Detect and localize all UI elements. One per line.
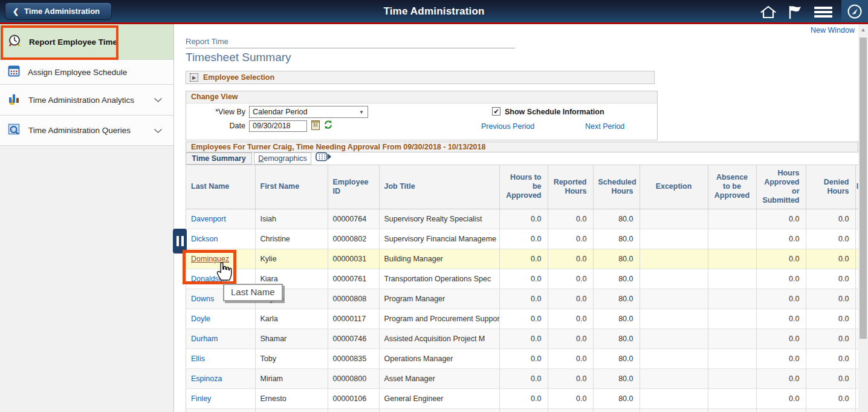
view-by-select[interactable]: Calendar Period ▼ [249,106,368,118]
grid-title: Employees For Turner Craig, Time Needing… [186,142,858,152]
cell-hours_to_be_approved: 0.0 [499,388,548,408]
cell-denied_hours: 0.0 [806,309,855,329]
cell-last_name: Dickson [186,229,255,249]
cell-hours_approved_or_submitted: 0.0 [756,329,806,348]
cell-reported_hours: 0.0 [548,229,593,249]
cell-reported_hours: 0.0 [548,329,593,348]
cell-hours_to_be_approved: 0.0 [499,269,548,289]
page-title: Timesheet Summary [186,51,291,64]
sidebar-item-report-employee-time[interactable]: Report Employee Time [0,24,173,60]
cell-hours_approved_or_submitted: 0.0 [756,348,806,368]
column-header-job_title[interactable]: Job Title [379,165,499,209]
cell-employee_id: 00000764 [328,209,379,229]
sidebar-item-time-administration-analytics[interactable]: Time Administration Analytics [0,85,173,116]
column-header-exception[interactable]: Exception [640,165,708,209]
next-period-link[interactable]: Next Period [585,122,624,131]
column-header-first_name[interactable]: First Name [255,165,328,209]
cell-exception [640,229,708,249]
expand-arrow-icon[interactable]: ▶ [190,73,198,82]
cell-hours_approved_or_submitted: 0.0 [756,249,806,269]
home-icon[interactable] [758,5,779,19]
last-name-link[interactable]: Dickson [191,235,218,243]
employee-selection-section: ▶ Employee Selection [186,71,655,84]
last-name-link[interactable]: Durham [191,335,218,343]
last-name-link[interactable]: Espinoza [191,374,222,383]
breadcrumb-rule [186,48,515,48]
column-header-scheduled_hours[interactable]: Scheduled Hours [593,165,640,209]
cell-employee_id: 00000031 [328,249,379,269]
show-all-columns-icon[interactable] [316,152,332,164]
cell-employee_id: 00000746 [328,329,379,348]
previous-period-link[interactable]: Previous Period [481,122,534,131]
vertical-scrollbar[interactable]: ▲ [858,24,868,412]
cell-hours_approved_or_submitted: 0.0 [756,269,806,289]
column-header-denied_hours[interactable]: Denied Hours [806,165,855,209]
cell-job_title: Program and Procurement Suppor [379,309,499,329]
date-input[interactable]: 09/30/2018 [249,120,307,132]
employees-table: Last NameFirst NameEmployee IDJob TitleH… [186,165,859,412]
show-schedule-checkbox[interactable]: ✔ [492,107,500,116]
cell-job_title: Assisted Acquisition Project M [379,329,499,348]
cell-first_name: Karla [255,309,328,329]
cell-hours_approved_or_submitted: 0.0 [756,229,806,249]
sidebar-item-assign-employee-schedule[interactable]: Assign Employee Schedule [0,60,173,85]
cell-employee_id: 00000106 [328,388,379,408]
panel-drag-handle[interactable] [173,229,187,253]
cell-job_title: Building Manager [379,249,499,269]
employees-grid: Last NameFirst NameEmployee IDJob TitleH… [186,165,859,412]
cell-scheduled_hours: 80.0 [593,348,640,368]
tab-time-summary[interactable]: Time Summary [186,152,252,165]
column-header-absence_to_be_approved[interactable]: Absence to be Approved [708,165,756,209]
cell-last_name: Durham [186,329,255,348]
cell-denied_hours: 0.0 [806,348,855,368]
flag-icon[interactable] [786,5,806,19]
cell-absence_to_be_approved [708,388,756,408]
cell-employee_id: 00000761 [328,269,379,289]
cell-absence_to_be_approved [708,269,756,289]
calendar-picker-icon[interactable]: 31 [311,120,320,130]
cell-reported_hours: 0.0 [548,309,593,329]
cell-absence_to_be_approved [708,209,756,229]
column-header-hours_approved_or_submitted[interactable]: Hours Approved or Submitted [756,165,806,209]
cell-scheduled_hours: 80.0 [593,388,640,408]
last-name-link[interactable]: Ellis [191,355,205,363]
column-header-hours_to_be_approved[interactable]: Hours to be Approved [499,165,548,209]
last-name-link[interactable]: Doyle [191,315,210,323]
last-name-link[interactable]: Donaldson [191,275,227,283]
column-header-reported_hours[interactable]: Reported Hours [548,165,593,209]
table-row: EllisToby00000835Operations Manager0.00.… [186,348,859,368]
scrollbar-up-arrow-icon[interactable]: ▲ [858,27,868,33]
cell-first_name: Toby [255,348,328,368]
navbar-compass-icon[interactable] [841,0,868,22]
sidebar-item-label: Time Administration Queries [28,126,131,135]
cell-absence_to_be_approved [708,289,756,309]
table-row: DoyleKarla00000117Program and Procuremen… [186,309,859,329]
chevron-down-icon[interactable] [154,125,163,136]
cell-hours_to_be_approved: 0.0 [499,289,548,309]
column-header-last_name[interactable]: Last Name [186,165,255,209]
cell-hours_to_be_approved: 0.0 [499,309,548,329]
cell-job_title: Supervisory Financial Manageme [379,229,499,249]
cell-first_name: Isiah [255,209,328,229]
tab-label: Demographics [258,154,307,163]
last-name-link[interactable]: Dominguez [191,255,229,263]
new-window-link[interactable]: New Window [811,26,855,34]
breadcrumb: Report Time [186,37,228,46]
sidebar-item-time-administration-queries[interactable]: Time Administration Queries [0,116,173,146]
last-name-link[interactable]: Finley [191,394,211,403]
top-header-bar: ❮ Time Administration Time Administratio… [0,0,868,24]
last-name-link[interactable]: Davenport [191,215,226,223]
sidebar-item-label: Report Employee Time [29,38,117,47]
tab-demographics[interactable]: Demographics [254,152,311,165]
table-row: FinleyErnesto00000106General Engineer0.0… [186,388,859,408]
refresh-icon[interactable] [323,120,333,132]
last-name-link[interactable]: Downs [191,295,214,303]
cell-job_title: General Engineer [379,388,499,408]
chevron-down-icon[interactable] [154,94,163,105]
scrollbar-thumb[interactable] [860,38,867,339]
table-row: EspinozaMiriam00000800Asset Manager0.00.… [186,368,859,388]
column-header-employee_id[interactable]: Employee ID [328,165,379,209]
hamburger-menu-icon[interactable] [813,5,834,19]
cell-reported_hours: 0.0 [548,388,593,408]
cell-scheduled_hours: 80.0 [593,289,640,309]
